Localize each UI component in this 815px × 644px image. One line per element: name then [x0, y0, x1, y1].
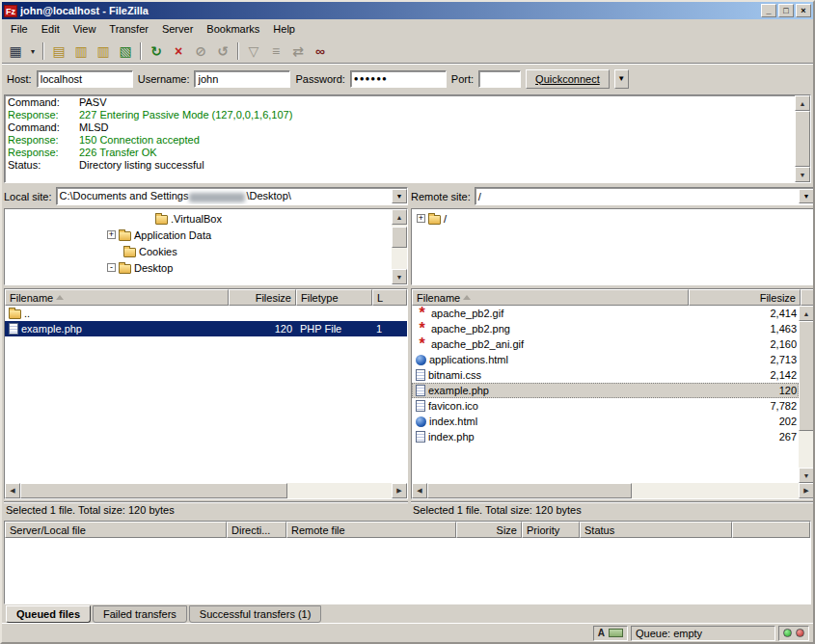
filter-icon[interactable]: ▽	[243, 40, 264, 62]
log-scrollbar[interactable]: ▲ ▼	[795, 95, 810, 182]
compare-icon[interactable]: ≡	[265, 40, 286, 62]
remote-site-combo[interactable]: / ▼	[475, 187, 815, 205]
quickconnect-button[interactable]: Quickconnect	[526, 69, 610, 89]
expand-icon[interactable]: +	[417, 214, 425, 223]
queue-column-direction[interactable]: Directi...	[227, 522, 286, 538]
queue-column-status[interactable]: Status	[580, 522, 732, 538]
sort-asc-icon	[463, 295, 471, 300]
disconnect-icon[interactable]: ⊘	[190, 40, 211, 62]
reconnect-icon[interactable]: ↺	[212, 40, 233, 62]
scroll-left-icon[interactable]: ◀	[5, 483, 20, 498]
remote-path: /	[478, 191, 481, 202]
queue-column-priority[interactable]: Priority	[522, 522, 580, 538]
expand-icon[interactable]: +	[107, 230, 116, 239]
menu-bookmarks[interactable]: Bookmarks	[200, 20, 266, 38]
column-header-filename[interactable]: Filename	[5, 289, 229, 306]
collapse-icon[interactable]: -	[107, 263, 116, 272]
image-file-icon	[416, 339, 428, 349]
menu-transfer[interactable]: Transfer	[102, 20, 155, 38]
local-directory-tree: .VirtualBox + Application Data Cookies -	[4, 208, 408, 285]
queue-column-server-local-file[interactable]: Server/Local file	[5, 522, 227, 538]
titlebar[interactable]: Fz john@localhost - FileZilla _ □ ×	[2, 2, 813, 19]
toggle-remote-tree-icon[interactable]: ▥	[93, 40, 114, 62]
scroll-up-icon[interactable]: ▲	[795, 95, 810, 111]
refresh-icon[interactable]: ↻	[146, 40, 167, 62]
scroll-up-icon[interactable]: ▲	[392, 209, 407, 225]
find-files-icon[interactable]: ∞	[310, 40, 331, 62]
column-header-filename[interactable]: Filename	[412, 289, 689, 306]
file-row[interactable]: bitnami.css 2,142	[412, 367, 799, 383]
scroll-left-icon[interactable]: ◀	[412, 483, 427, 498]
filezilla-window: Fz john@localhost - FileZilla _ □ × File…	[0, 0, 815, 644]
remote-status-text: Selected 1 file. Total size: 120 bytes	[411, 501, 815, 519]
tree-item-root[interactable]: + /	[412, 210, 814, 227]
cancel-icon[interactable]: ×	[168, 40, 189, 62]
password-input[interactable]	[350, 70, 447, 88]
close-button[interactable]: ×	[796, 4, 811, 17]
menu-help[interactable]: Help	[266, 20, 302, 38]
tree-item-application-data[interactable]: + Application Data	[5, 227, 392, 243]
file-row[interactable]: index.html 202	[412, 414, 799, 429]
log-line: Response:226 Transfer OK	[8, 147, 792, 159]
file-row[interactable]: index.php 267	[412, 429, 799, 444]
tree-item-desktop[interactable]: - Desktop	[5, 259, 392, 276]
toolbar-separator	[237, 42, 239, 60]
file-row[interactable]: favicon.ico 7,782	[412, 398, 799, 414]
redacted-username	[189, 193, 245, 202]
local-tree-scrollbar[interactable]: ▲ ▼	[392, 209, 407, 284]
log-line: Response:227 Entering Passive Mode (127,…	[8, 109, 792, 121]
remote-list-scrollbar[interactable]: ▲ ▼	[799, 306, 814, 483]
activity-led-green-icon	[783, 629, 792, 637]
quickconnect-dropdown-icon[interactable]: ▼	[614, 69, 629, 89]
scroll-down-icon[interactable]: ▼	[799, 468, 814, 483]
toggle-queue-icon[interactable]: ▧	[115, 40, 136, 62]
scroll-up-icon[interactable]: ▲	[799, 306, 814, 321]
folder-icon	[119, 231, 131, 241]
queue-column-size[interactable]: Size	[456, 522, 522, 538]
tab-successful-transfers[interactable]: Successful transfers (1)	[189, 605, 322, 623]
file-row-example-php[interactable]: example.php 120	[412, 383, 799, 398]
menu-view[interactable]: View	[67, 20, 103, 38]
menu-edit[interactable]: Edit	[35, 20, 67, 38]
local-pane: Local site: C:\Documents and Settings\De…	[4, 186, 408, 519]
toolbar-separator	[140, 42, 142, 60]
queue-column-remote-file[interactable]: Remote file	[286, 522, 456, 538]
queue-status-text: Queue: empty	[636, 628, 702, 639]
toggle-local-tree-icon[interactable]: ▥	[70, 40, 92, 62]
tree-item-cookies[interactable]: Cookies	[5, 243, 392, 259]
site-manager-dropdown-icon[interactable]: ▾	[27, 40, 39, 62]
file-row[interactable]: applications.html 2,713	[412, 352, 799, 367]
toggle-log-icon[interactable]: ▤	[48, 40, 69, 62]
tree-item-virtualbox[interactable]: .VirtualBox	[5, 210, 392, 227]
site-manager-icon[interactable]: ▦	[5, 40, 26, 62]
column-header-filetype[interactable]: Filetype	[296, 289, 372, 306]
port-input[interactable]	[478, 70, 521, 88]
local-site-combo[interactable]: C:\Documents and Settings\Desktop\ ▼	[56, 187, 408, 205]
chevron-down-icon[interactable]: ▼	[392, 189, 407, 203]
scroll-right-icon[interactable]: ▶	[392, 483, 407, 498]
column-header-filesize[interactable]: Filesize	[229, 289, 296, 306]
local-list-hscrollbar[interactable]: ◀ ▶	[5, 483, 407, 498]
menu-server[interactable]: Server	[155, 20, 200, 38]
file-row[interactable]: apache_pb2.png 1,463	[412, 321, 799, 336]
remote-list-hscrollbar[interactable]: ◀ ▶	[412, 483, 814, 498]
username-input[interactable]	[194, 70, 290, 88]
tab-failed-transfers[interactable]: Failed transfers	[93, 605, 187, 623]
sync-browsing-icon[interactable]: ⇄	[287, 40, 309, 62]
file-row[interactable]: apache_pb2_ani.gif 2,160	[412, 336, 799, 352]
file-row[interactable]: apache_pb2.gif 2,414	[412, 306, 799, 321]
host-input[interactable]	[37, 70, 133, 88]
file-row-example-php[interactable]: example.php 120 PHP File 1	[5, 321, 407, 336]
chevron-down-icon[interactable]: ▼	[799, 189, 814, 203]
scroll-right-icon[interactable]: ▶	[799, 483, 814, 498]
minimize-button[interactable]: _	[761, 4, 776, 17]
scroll-down-icon[interactable]: ▼	[795, 167, 810, 182]
column-header-last-modified[interactable]: L	[372, 289, 407, 306]
scroll-down-icon[interactable]: ▼	[392, 269, 407, 284]
tab-queued-files[interactable]: Queued files	[6, 605, 91, 623]
column-header-filesize[interactable]: Filesize	[689, 289, 801, 306]
maximize-button[interactable]: □	[778, 4, 794, 17]
local-file-list: Filename Filesize Filetype L ..	[4, 288, 408, 499]
file-row-parent-dir[interactable]: ..	[5, 306, 407, 321]
menu-file[interactable]: File	[4, 20, 35, 38]
